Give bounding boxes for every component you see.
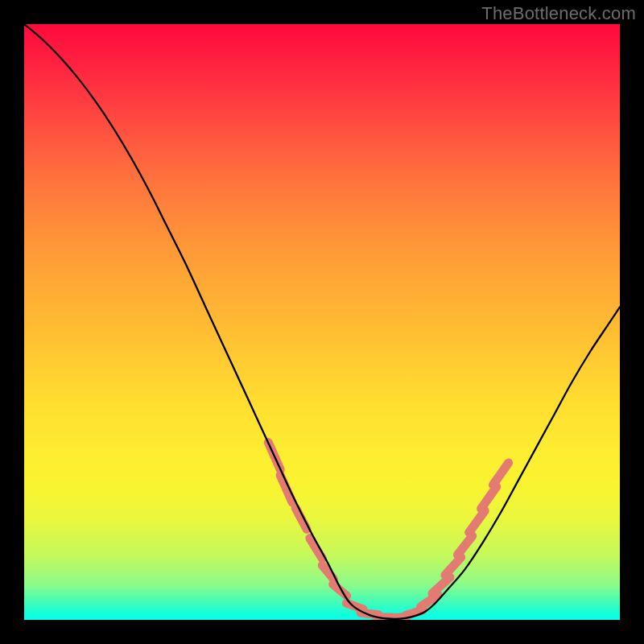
highlight-dash <box>469 510 485 532</box>
bottleneck-curve-svg <box>24 24 620 620</box>
highlight-dashes <box>268 443 508 618</box>
watermark-text: TheBottleneck.com <box>481 3 636 24</box>
highlight-dash <box>481 487 497 509</box>
highlight-dash <box>493 463 508 485</box>
chart-container: TheBottleneck.com <box>0 0 644 644</box>
highlight-dash <box>280 475 292 502</box>
bottleneck-curve-line <box>24 24 620 619</box>
plot-area <box>24 24 620 620</box>
highlight-dash <box>458 536 473 555</box>
highlight-dash <box>445 557 461 575</box>
